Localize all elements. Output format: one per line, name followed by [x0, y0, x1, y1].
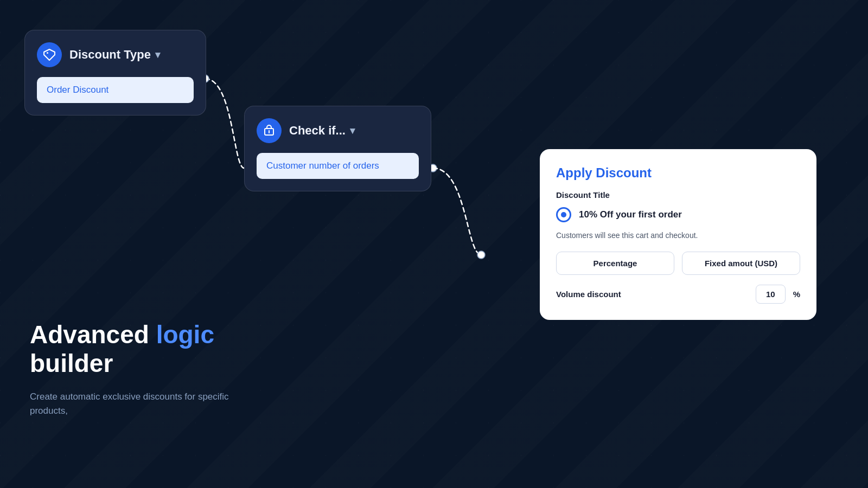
card1-header: Discount Type ▾	[37, 42, 194, 67]
volume-discount-label: Volume discount	[556, 290, 748, 299]
headline-highlight: logic	[156, 320, 214, 349]
cart-checkout-text: Customers will see this cart and checkou…	[556, 231, 800, 240]
check-if-icon-circle	[257, 118, 282, 143]
percentage-option[interactable]: Percentage	[556, 252, 674, 275]
discount-title-label: Discount Title	[556, 190, 800, 200]
discount-options-row: Percentage Fixed amout (USD)	[556, 252, 800, 275]
volume-value[interactable]: 10	[756, 285, 786, 304]
svg-point-3	[47, 52, 48, 54]
card2-title-text: Check if...	[289, 124, 346, 138]
bottom-text-section: Advanced logic builder Create automatic …	[30, 320, 236, 418]
radio-label: 10% Off your first order	[579, 209, 682, 220]
subtext: Create automatic exclusive discounts for…	[30, 390, 236, 418]
radio-button[interactable]	[556, 207, 571, 222]
discount-type-icon-circle	[37, 42, 62, 67]
headline-normal: Advanced	[30, 320, 156, 349]
volume-percent: %	[793, 290, 800, 299]
radio-row: 10% Off your first order	[556, 207, 800, 222]
card1-title-text: Discount Type	[69, 48, 151, 62]
fixed-amount-option[interactable]: Fixed amout (USD)	[682, 252, 800, 275]
card2-chevron[interactable]: ▾	[350, 125, 355, 137]
card2-header: Check if... ▾	[257, 118, 419, 143]
apply-discount-title: Apply Discount	[556, 165, 800, 181]
box-icon	[263, 124, 276, 137]
headline: Advanced logic builder	[30, 320, 236, 378]
headline-line2: builder	[30, 349, 113, 377]
apply-discount-card: Apply Discount Discount Title 10% Off yo…	[540, 149, 816, 320]
card2-title[interactable]: Check if... ▾	[289, 124, 355, 138]
check-if-card: Check if... ▾ Customer number of orders	[244, 106, 431, 191]
card1-option[interactable]: Order Discount	[37, 77, 194, 103]
tag-icon	[43, 48, 56, 61]
card1-chevron[interactable]: ▾	[155, 49, 160, 61]
volume-row: Volume discount 10 %	[556, 285, 800, 304]
discount-type-card: Discount Type ▾ Order Discount	[24, 30, 206, 115]
card2-option[interactable]: Customer number of orders	[257, 153, 419, 179]
svg-point-2	[477, 251, 485, 259]
card1-title[interactable]: Discount Type ▾	[69, 48, 160, 62]
